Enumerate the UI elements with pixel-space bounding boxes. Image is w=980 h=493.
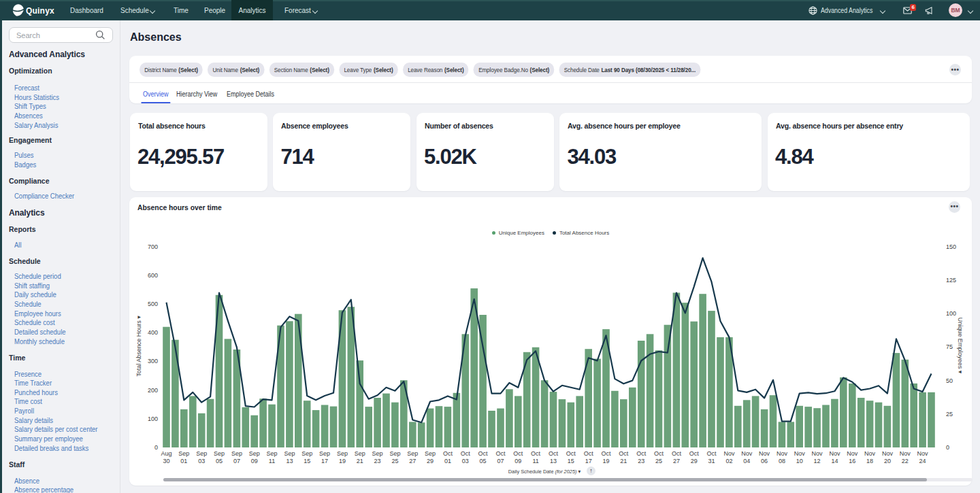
svg-text:Sep: Sep: [214, 450, 225, 457]
svg-text:Sep: Sep: [301, 450, 312, 457]
svg-text:01: 01: [444, 458, 451, 464]
svg-text:30: 30: [163, 458, 169, 464]
svg-text:Oct: Oct: [495, 450, 506, 457]
svg-text:02: 02: [725, 458, 732, 464]
svg-text:Oct: Oct: [636, 450, 647, 457]
svg-text:18: 18: [866, 458, 873, 464]
svg-text:100: 100: [148, 415, 158, 422]
svg-text:22: 22: [902, 458, 909, 464]
svg-text:50: 50: [946, 377, 953, 384]
svg-text:Nov: Nov: [900, 450, 911, 457]
svg-text:Nov: Nov: [741, 450, 753, 457]
svg-text:Nov: Nov: [829, 450, 840, 457]
svg-text:03: 03: [198, 458, 205, 464]
svg-text:Sep: Sep: [284, 450, 295, 457]
svg-text:07: 07: [233, 458, 240, 464]
svg-text:04: 04: [743, 458, 750, 464]
svg-text:17: 17: [585, 458, 592, 464]
svg-text:12: 12: [814, 458, 821, 464]
svg-text:Oct: Oct: [706, 450, 717, 457]
svg-text:25: 25: [655, 458, 662, 464]
svg-text:Nov: Nov: [917, 450, 929, 457]
svg-text:15: 15: [304, 458, 310, 464]
svg-text:Sep: Sep: [178, 450, 189, 457]
svg-text:15: 15: [568, 458, 574, 464]
svg-text:25: 25: [391, 458, 398, 464]
svg-text:03: 03: [462, 458, 469, 464]
svg-text:19: 19: [339, 458, 346, 464]
svg-text:Oct: Oct: [566, 450, 576, 457]
svg-text:05: 05: [216, 458, 223, 464]
svg-text:Sep: Sep: [425, 450, 436, 457]
svg-text:24: 24: [919, 458, 926, 464]
svg-text:29: 29: [427, 458, 434, 464]
svg-text:Oct: Oct: [478, 450, 489, 457]
svg-text:Nov: Nov: [777, 450, 788, 457]
svg-text:300: 300: [148, 358, 158, 364]
svg-text:Oct: Oct: [584, 450, 594, 457]
svg-text:21: 21: [357, 458, 363, 464]
svg-text:25: 25: [946, 410, 953, 417]
svg-text:27: 27: [409, 458, 416, 464]
svg-text:0: 0: [154, 444, 158, 451]
svg-text:Sep: Sep: [337, 450, 348, 457]
svg-text:600: 600: [148, 271, 158, 278]
svg-text:Oct: Oct: [513, 450, 523, 457]
svg-text:31: 31: [708, 458, 715, 464]
svg-text:19: 19: [602, 458, 609, 464]
svg-text:Sep: Sep: [319, 450, 330, 457]
svg-text:400: 400: [148, 329, 158, 336]
svg-text:Nov: Nov: [759, 450, 770, 457]
svg-text:Oct: Oct: [549, 450, 559, 457]
svg-text:Nov: Nov: [794, 450, 806, 457]
svg-text:Sep: Sep: [249, 450, 260, 457]
svg-text:29: 29: [691, 458, 698, 464]
svg-text:200: 200: [148, 386, 158, 393]
svg-text:17: 17: [321, 458, 328, 464]
svg-text:16: 16: [849, 458, 855, 464]
svg-text:Sep: Sep: [355, 450, 365, 457]
svg-text:Nov: Nov: [864, 450, 876, 457]
svg-text:Oct: Oct: [443, 450, 453, 457]
svg-text:Sep: Sep: [372, 450, 383, 457]
svg-text:11: 11: [532, 458, 538, 464]
svg-text:500: 500: [148, 300, 158, 307]
svg-text:Oct: Oct: [601, 450, 611, 457]
svg-text:01: 01: [180, 458, 187, 464]
svg-text:09: 09: [251, 458, 258, 464]
svg-text:Oct: Oct: [654, 450, 664, 457]
svg-text:Total Absence Hours ▾: Total Absence Hours ▾: [135, 315, 142, 376]
svg-text:Sep: Sep: [389, 450, 400, 457]
svg-text:Oct: Oct: [672, 450, 682, 457]
svg-text:Oct: Oct: [461, 450, 471, 457]
svg-text:Nov: Nov: [882, 450, 894, 457]
svg-text:05: 05: [480, 458, 487, 464]
svg-text:23: 23: [374, 458, 381, 464]
svg-text:Sep: Sep: [407, 450, 418, 457]
svg-text:Nov: Nov: [847, 450, 858, 457]
svg-text:Unique Employees ▾: Unique Employees ▾: [957, 317, 964, 373]
svg-text:150: 150: [946, 243, 956, 250]
svg-text:75: 75: [946, 343, 953, 350]
svg-text:21: 21: [620, 458, 627, 464]
svg-text:08: 08: [779, 458, 785, 464]
svg-text:Nov: Nov: [723, 450, 735, 457]
svg-text:Oct: Oct: [689, 450, 700, 457]
svg-text:Sep: Sep: [196, 450, 207, 457]
svg-text:Nov: Nov: [812, 450, 823, 457]
svg-text:Oct: Oct: [531, 450, 541, 457]
svg-text:07: 07: [497, 458, 504, 464]
svg-text:Sep: Sep: [231, 450, 242, 457]
svg-text:20: 20: [884, 458, 891, 464]
svg-text:Sep: Sep: [266, 450, 277, 457]
svg-text:23: 23: [638, 458, 644, 464]
svg-text:100: 100: [946, 310, 956, 317]
svg-text:27: 27: [673, 458, 680, 464]
svg-text:125: 125: [946, 276, 956, 283]
svg-text:0: 0: [946, 444, 949, 451]
svg-text:10: 10: [796, 458, 803, 464]
svg-text:14: 14: [831, 458, 838, 464]
svg-text:11: 11: [269, 458, 275, 464]
svg-text:13: 13: [286, 458, 293, 464]
svg-text:700: 700: [148, 243, 158, 250]
